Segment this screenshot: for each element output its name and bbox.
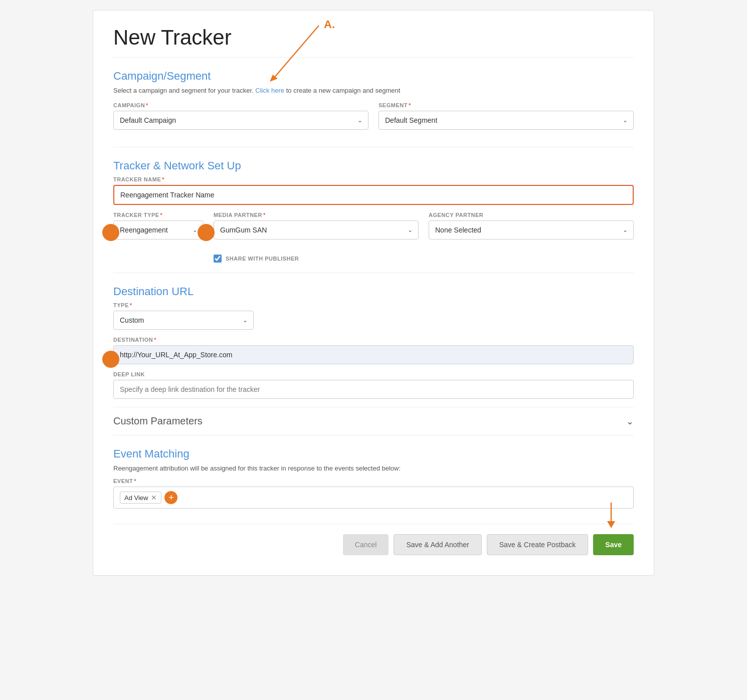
custom-parameters-chevron-icon: ⌄ (626, 416, 634, 427)
cancel-button[interactable]: Cancel (343, 534, 389, 555)
event-matching-title: Event Matching (113, 447, 634, 460)
media-partner-field: MEDIA PARTNER* GumGum SAN ⌄ (214, 212, 419, 240)
svg-marker-3 (607, 521, 615, 528)
divider-1 (113, 147, 634, 147)
annotation-a-label: A. (324, 18, 335, 31)
destination-url-title: Destination URL (113, 285, 634, 298)
type-label: TYPE* (113, 302, 254, 308)
tracker-name-field: TRACKER NAME* (113, 176, 634, 205)
event-tag-input-area[interactable]: Ad View ✕ + (113, 487, 634, 509)
annotation-circle-destination (102, 351, 119, 368)
event-matching-description: Reengagement attribution will be assigne… (113, 464, 634, 472)
custom-parameters-title: Custom Parameters (113, 415, 203, 427)
deep-link-label: DEEP LINK (113, 371, 634, 377)
event-tag-label: Ad View (124, 494, 148, 502)
agency-partner-select[interactable]: None Selected (429, 220, 634, 240)
event-field: EVENT* Ad View ✕ + (113, 478, 634, 509)
campaign-select-wrapper: Default Campaign ⌄ (113, 111, 368, 130)
annotation-circle-media-partner (198, 224, 215, 241)
campaign-segment-row: CAMPAIGN* Default Campaign ⌄ SEGMENT* De… (113, 102, 634, 137)
share-publisher-checkbox[interactable] (214, 255, 222, 263)
tracker-name-label: TRACKER NAME* (113, 176, 634, 182)
divider-2 (113, 273, 634, 273)
segment-select[interactable]: Default Segment (379, 111, 634, 130)
campaign-select[interactable]: Default Campaign (113, 111, 368, 130)
share-publisher-label: SHARE WITH PUBLISHER (226, 256, 299, 262)
footer-buttons: Cancel Save & Add Another Save & Create … (113, 524, 634, 555)
destination-field: DESTINATION* (113, 337, 634, 364)
destination-label: DESTINATION* (113, 337, 634, 343)
segment-select-wrapper: Default Segment ⌄ (379, 111, 634, 130)
tracker-type-label: TRACKER TYPE* (113, 212, 204, 218)
campaign-segment-description: Select a campaign and segment for your t… (113, 87, 634, 94)
custom-parameters-section[interactable]: Custom Parameters ⌄ (113, 407, 634, 435)
tracker-type-row: TRACKER TYPE* Reengagement ⌄ MEDIA PARTN… (113, 212, 634, 247)
deep-link-input[interactable] (113, 380, 634, 399)
campaign-segment-title: Campaign/Segment (113, 70, 634, 83)
tracker-network-section: Tracker & Network Set Up TRACKER NAME* T… (113, 159, 634, 263)
agency-partner-label: AGENCY PARTNER (429, 212, 634, 218)
event-matching-section: Event Matching Reengagement attribution … (113, 447, 634, 509)
event-tag-ad-view: Ad View ✕ (120, 492, 161, 504)
tracker-type-select-wrapper: Reengagement ⌄ (113, 220, 204, 240)
event-add-button[interactable]: + (164, 491, 177, 504)
main-container: A. New Tracker Campaign/Segment Select a… (93, 10, 654, 576)
deep-link-field: DEEP LINK (113, 371, 634, 399)
page-title: New Tracker (113, 26, 634, 58)
destination-url-section: Destination URL TYPE* Custom ⌄ DESTINATI… (113, 285, 634, 399)
share-publisher-row: SHARE WITH PUBLISHER (214, 255, 634, 263)
event-tag-remove-button[interactable]: ✕ (151, 494, 157, 502)
event-label: EVENT* (113, 478, 634, 484)
agency-partner-field: AGENCY PARTNER None Selected ⌄ (429, 212, 634, 240)
type-select-wrapper: Custom ⌄ (113, 311, 254, 330)
create-campaign-link[interactable]: Click here (255, 87, 284, 94)
agency-partner-select-wrapper: None Selected ⌄ (429, 220, 634, 240)
campaign-field: CAMPAIGN* Default Campaign ⌄ (113, 102, 368, 130)
destination-input[interactable] (113, 345, 634, 364)
media-partner-label: MEDIA PARTNER* (214, 212, 419, 218)
save-button[interactable]: Save (593, 534, 634, 555)
save-create-postback-button[interactable]: Save & Create Postback (487, 534, 589, 555)
media-partner-select[interactable]: GumGum SAN (214, 220, 419, 240)
tracker-type-field: TRACKER TYPE* Reengagement ⌄ (113, 212, 204, 240)
type-select[interactable]: Custom (113, 311, 254, 330)
annotation-circle-tracker-type (102, 224, 119, 241)
tracker-name-input[interactable] (113, 185, 634, 205)
campaign-segment-section: Campaign/Segment Select a campaign and s… (113, 70, 634, 137)
segment-label: SEGMENT* (379, 102, 634, 108)
segment-field: SEGMENT* Default Segment ⌄ (379, 102, 634, 130)
media-partner-select-wrapper: GumGum SAN ⌄ (214, 220, 419, 240)
tracker-network-title: Tracker & Network Set Up (113, 159, 634, 172)
campaign-label: CAMPAIGN* (113, 102, 368, 108)
save-add-another-button[interactable]: Save & Add Another (394, 534, 481, 555)
tracker-type-select[interactable]: Reengagement (113, 220, 204, 240)
type-field: TYPE* Custom ⌄ (113, 302, 254, 330)
